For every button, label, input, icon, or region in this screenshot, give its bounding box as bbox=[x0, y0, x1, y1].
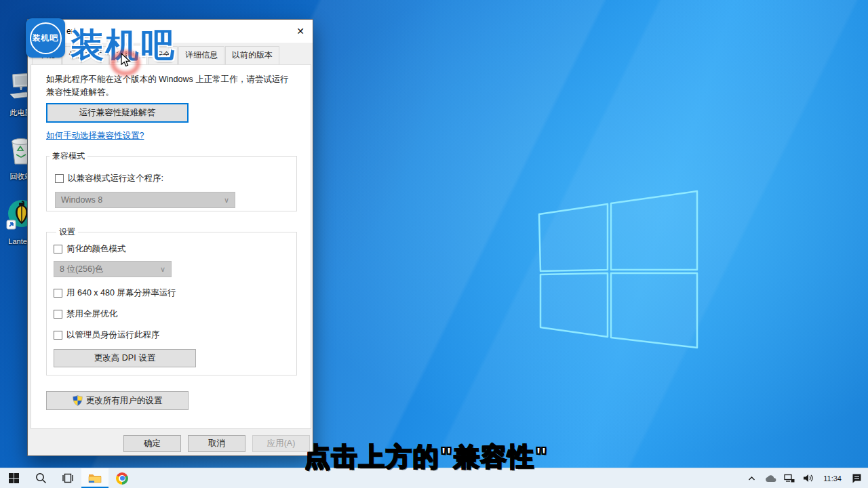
start-windows-icon bbox=[9, 473, 19, 483]
color-depth-dropdown: 8 位(256)色 ∨ bbox=[54, 261, 172, 277]
apply-button: 应用(A) bbox=[252, 435, 310, 452]
chevron-up-icon bbox=[748, 476, 755, 481]
low-resolution-label: 用 640 x 480 屏幕分辨率运行 bbox=[66, 287, 176, 299]
action-center-button[interactable] bbox=[848, 473, 865, 483]
run-as-admin-row: 以管理员身份运行此程序 bbox=[54, 329, 290, 341]
taskbar-chrome[interactable] bbox=[108, 468, 136, 488]
reduced-color-label: 简化的颜色模式 bbox=[66, 243, 126, 255]
start-button[interactable] bbox=[0, 468, 27, 488]
ok-button[interactable]: 确定 bbox=[123, 435, 181, 452]
chevron-down-icon: ∨ bbox=[160, 265, 165, 274]
mouse-cursor-icon bbox=[119, 53, 133, 68]
settings-group: 设置 简化的颜色模式 8 位(256)色 ∨ 用 640 x 480 屏幕分辨率… bbox=[46, 226, 297, 375]
change-all-users-label: 更改所有用户的设置 bbox=[86, 395, 163, 407]
run-as-admin-label: 以管理员身份运行此程序 bbox=[66, 329, 160, 341]
compat-mode-checkbox-label: 以兼容模式运行这个程序: bbox=[68, 173, 163, 184]
desktop: 此电脑 回收站 Lantern eri ✕ 常规 快捷方式 bbox=[0, 0, 868, 488]
os-version-dropdown: Windows 8 ∨ bbox=[55, 192, 235, 208]
network-icon bbox=[784, 474, 795, 483]
tray-network[interactable] bbox=[781, 474, 798, 483]
badge-ring: 装机吧 bbox=[30, 22, 62, 54]
action-center-icon bbox=[852, 473, 862, 483]
search-button[interactable] bbox=[27, 468, 54, 488]
task-view-button[interactable] bbox=[54, 468, 81, 488]
group-title: 设置 bbox=[56, 226, 78, 238]
uac-shield-icon bbox=[73, 395, 83, 406]
taskbar-file-explorer[interactable] bbox=[81, 468, 108, 488]
change-all-users-button[interactable]: 更改所有用户的设置 bbox=[46, 391, 189, 410]
tray-volume[interactable] bbox=[800, 474, 817, 483]
taskbar-clock[interactable]: 11:34 bbox=[818, 474, 846, 483]
onedrive-cloud-icon bbox=[765, 474, 776, 483]
low-resolution-checkbox[interactable] bbox=[54, 289, 62, 298]
task-view-icon bbox=[62, 473, 74, 483]
close-icon[interactable]: ✕ bbox=[292, 24, 309, 38]
file-explorer-icon bbox=[88, 472, 102, 483]
speaker-icon bbox=[803, 474, 814, 483]
compatibility-tab-page: 如果此程序不能在这个版本的 Windows 上正常工作，请尝试运行兼容性疑难解答… bbox=[31, 64, 311, 429]
tab-previous-versions[interactable]: 以前的版本 bbox=[225, 46, 279, 64]
windows-logo-wallpaper bbox=[532, 186, 702, 352]
manual-compat-settings-link[interactable]: 如何手动选择兼容性设置? bbox=[46, 130, 144, 142]
run-troubleshooter-button[interactable]: 运行兼容性疑难解答 bbox=[46, 103, 189, 123]
color-depth-value: 8 位(256)色 bbox=[60, 264, 104, 275]
run-compat-mode-row: 以兼容模式运行这个程序: bbox=[55, 173, 163, 184]
search-icon bbox=[35, 472, 47, 484]
reduced-color-row: 简化的颜色模式 bbox=[54, 243, 290, 255]
system-tray: 11:34 bbox=[743, 468, 868, 488]
disable-fullscreen-checkbox[interactable] bbox=[54, 310, 62, 319]
chrome-icon bbox=[116, 472, 128, 485]
change-dpi-button[interactable]: 更改高 DPI 设置 bbox=[54, 349, 196, 367]
zhuangjiba-badge-logo: 装机吧 bbox=[26, 18, 65, 58]
video-subtitle-caption: 点击上方的"兼容性" bbox=[304, 440, 549, 474]
badge-text: 装机吧 bbox=[33, 33, 59, 44]
disable-fullscreen-label: 禁用全屏优化 bbox=[66, 308, 117, 320]
low-resolution-row: 用 640 x 480 屏幕分辨率运行 bbox=[54, 287, 290, 299]
compat-mode-checkbox[interactable] bbox=[55, 174, 64, 183]
compatibility-intro-text: 如果此程序不能在这个版本的 Windows 上正常工作，请尝试运行兼容性疑难解答… bbox=[46, 73, 297, 100]
cancel-button[interactable]: 取消 bbox=[188, 435, 245, 452]
tray-show-hidden-icons[interactable] bbox=[743, 476, 760, 481]
properties-dialog: eri ✕ 常规 快捷方式 兼容性 安全 详细信息 以前的版本 如果此程序不能在… bbox=[27, 19, 313, 456]
tab-details[interactable]: 详细信息 bbox=[178, 46, 224, 64]
disable-fullscreen-row: 禁用全屏优化 bbox=[54, 308, 290, 320]
compatibility-mode-group: 兼容模式 以兼容模式运行这个程序: Windows 8 ∨ bbox=[46, 150, 297, 211]
group-title: 兼容模式 bbox=[50, 150, 87, 162]
os-version-value: Windows 8 bbox=[61, 195, 102, 205]
tray-onedrive[interactable] bbox=[762, 474, 779, 483]
run-as-admin-checkbox[interactable] bbox=[54, 331, 62, 340]
chevron-down-icon: ∨ bbox=[224, 196, 229, 205]
reduced-color-checkbox[interactable] bbox=[54, 245, 62, 253]
